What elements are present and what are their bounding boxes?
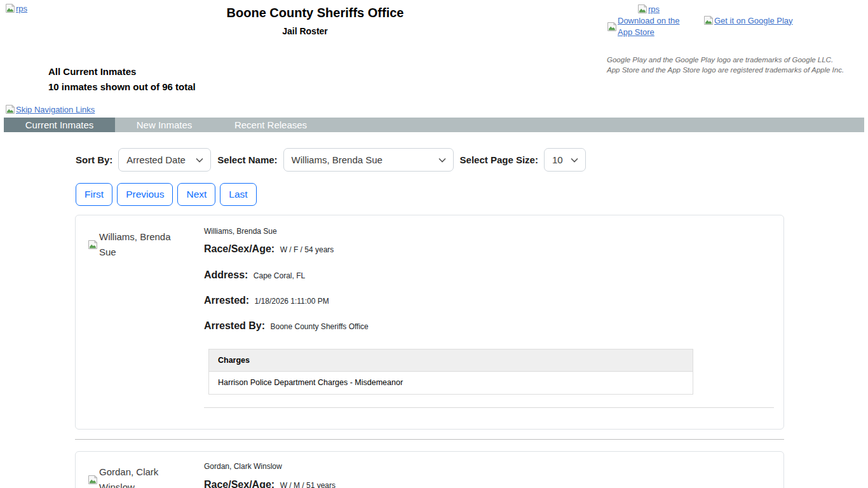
arrested-by-row: Arrested By: Boone County Sheriffs Offic… bbox=[204, 320, 369, 332]
broken-image-icon bbox=[703, 15, 714, 25]
chevron-down-icon bbox=[438, 158, 446, 163]
page-title: Boone County Sheriffs Office bbox=[0, 6, 630, 20]
roster-summary-count: 10 inmates shown out of 96 total bbox=[48, 79, 196, 95]
inmate-name: Gordan, Clark Winslow bbox=[204, 462, 282, 471]
broken-image-icon bbox=[88, 240, 98, 250]
arrested-value: 1/18/2026 1:11:00 PM bbox=[255, 297, 329, 306]
card-separator bbox=[75, 439, 784, 440]
jail-roster-page: rps Boone County Sheriffs Office Jail Ro… bbox=[0, 0, 868, 488]
chevron-down-icon bbox=[196, 158, 203, 163]
sort-by-selected-value: Arrested Date bbox=[126, 154, 186, 165]
inmate-photo-placeholder: Gordan, Clark Winslow bbox=[88, 464, 189, 488]
broken-image-icon bbox=[607, 22, 617, 32]
trademark-line-apple: App Store and the App Store logo are reg… bbox=[607, 65, 844, 75]
address-row: Address: Cape Coral, FL bbox=[204, 269, 305, 281]
previous-page-button[interactable]: Previous bbox=[117, 183, 173, 206]
address-label: Address: bbox=[204, 269, 248, 280]
charges-table-header: Charges bbox=[209, 349, 693, 372]
arrested-label: Arrested: bbox=[204, 295, 249, 306]
select-name-select[interactable]: Williams, Brenda Sue bbox=[283, 148, 454, 172]
trademark-notice: Google Play and the Google Play logo are… bbox=[607, 55, 844, 75]
inmate-photo-alt-text: Gordan, Clark Winslow bbox=[99, 464, 189, 488]
tab-new-inmates[interactable]: New Inmates bbox=[115, 118, 214, 132]
skip-navigation-link[interactable]: Skip Navigation Links bbox=[5, 104, 95, 114]
select-name-label: Select Name: bbox=[217, 154, 277, 165]
pagination: First Previous Next Last bbox=[76, 183, 257, 206]
tab-current-inmates[interactable]: Current Inmates bbox=[4, 118, 115, 132]
next-page-button[interactable]: Next bbox=[177, 183, 215, 206]
select-name-selected-value: Williams, Brenda Sue bbox=[292, 154, 383, 165]
page-size-label: Select Page Size: bbox=[460, 154, 538, 165]
card-divider bbox=[204, 407, 774, 408]
tab-bar: Current Inmates New Inmates Recent Relea… bbox=[4, 118, 864, 132]
arrested-by-label: Arrested By: bbox=[204, 320, 265, 331]
race-sex-age-row: Race/Sex/Age: W / M / 51 years bbox=[204, 479, 336, 488]
skip-navigation-link-label: Skip Navigation Links bbox=[16, 105, 95, 114]
tab-recent-releases[interactable]: Recent Releases bbox=[214, 118, 328, 132]
address-value: Cape Coral, FL bbox=[254, 271, 305, 280]
broken-image-icon bbox=[5, 104, 15, 114]
race-sex-age-row: Race/Sex/Age: W / F / 54 years bbox=[204, 243, 334, 255]
charge-row: Harrison Police Department Charges - Mis… bbox=[209, 372, 693, 394]
inmate-name: Williams, Brenda Sue bbox=[204, 227, 277, 236]
app-store-link-label: Download on the App Store bbox=[618, 15, 695, 38]
inmate-card: Gordan, Clark Winslow Gordan, Clark Wins… bbox=[75, 451, 784, 488]
first-page-button[interactable]: First bbox=[76, 183, 112, 206]
page-size-selected-value: 10 bbox=[552, 154, 563, 165]
page-subtitle: Jail Roster bbox=[0, 26, 610, 36]
inmate-photo-alt-text: Williams, Brenda Sue bbox=[99, 229, 189, 260]
inmate-photo-placeholder: Williams, Brenda Sue bbox=[88, 229, 189, 260]
rps-app-link[interactable]: rps bbox=[637, 4, 660, 14]
google-play-link[interactable]: Get it on Google Play bbox=[703, 15, 793, 25]
rps-app-link-label: rps bbox=[648, 4, 660, 14]
broken-image-icon bbox=[88, 475, 98, 485]
race-sex-age-value: W / F / 54 years bbox=[280, 245, 334, 254]
inmate-card: Williams, Brenda Sue Williams, Brenda Su… bbox=[75, 215, 784, 430]
chevron-down-icon bbox=[571, 158, 578, 163]
roster-controls: Sort By: Arrested Date Select Name: Will… bbox=[76, 148, 586, 172]
app-store-link[interactable]: Download on the App Store bbox=[607, 15, 695, 38]
trademark-line-google: Google Play and the Google Play logo are… bbox=[607, 55, 844, 65]
roster-summary: All Current Inmates 10 inmates shown out… bbox=[48, 64, 196, 95]
charges-table: Charges Harrison Police Department Charg… bbox=[208, 349, 693, 395]
last-page-button[interactable]: Last bbox=[220, 183, 256, 206]
arrested-row: Arrested: 1/18/2026 1:11:00 PM bbox=[204, 295, 329, 306]
race-sex-age-value: W / M / 51 years bbox=[280, 481, 336, 488]
roster-summary-heading: All Current Inmates bbox=[48, 64, 196, 79]
race-sex-age-label: Race/Sex/Age: bbox=[204, 479, 275, 488]
sort-by-label: Sort By: bbox=[76, 154, 112, 165]
google-play-link-label: Get it on Google Play bbox=[714, 16, 793, 25]
page-size-select[interactable]: 10 bbox=[544, 148, 586, 172]
sort-by-select[interactable]: Arrested Date bbox=[118, 148, 211, 172]
broken-image-icon bbox=[637, 4, 648, 14]
race-sex-age-label: Race/Sex/Age: bbox=[204, 243, 275, 254]
arrested-by-value: Boone County Sheriffs Office bbox=[270, 322, 368, 331]
